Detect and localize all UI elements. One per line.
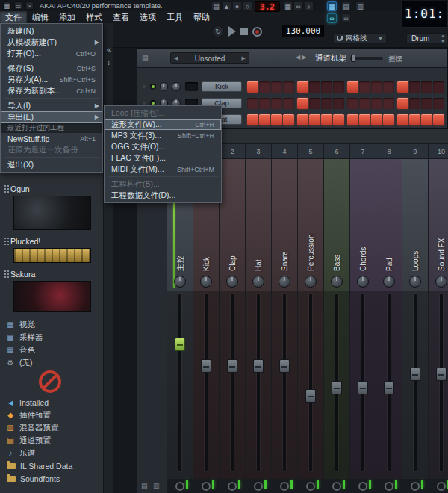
group-prev-icon[interactable]: ◀ [174, 55, 178, 61]
link-controller-icon[interactable]: ∞ [327, 13, 337, 23]
browser-item-10[interactable]: IL Shared Data [0, 459, 103, 472]
step-cell[interactable] [433, 98, 444, 109]
menubar-item-4[interactable]: 样式 [81, 11, 108, 23]
step-cell[interactable] [309, 98, 320, 109]
file-menu-item-7[interactable]: 保存为新副本...Ctrl+N [1, 85, 102, 96]
mixer-mute-button[interactable] [332, 482, 341, 491]
mixer-fader-handle[interactable] [305, 389, 316, 403]
file-menu-item-15[interactable]: 退出(X) [1, 159, 102, 170]
step-cell[interactable] [359, 98, 370, 109]
step-cell[interactable] [397, 81, 408, 93]
swing-slider-handle[interactable] [351, 55, 355, 62]
step-cell[interactable] [347, 81, 358, 93]
channel-group-selector[interactable]: ◀ Unsorted ▶ [170, 52, 249, 64]
step-cell[interactable] [321, 81, 332, 93]
step-cell[interactable] [297, 98, 308, 109]
mixer-pan-knob[interactable] [252, 276, 264, 288]
mixer-fader-handle[interactable] [332, 381, 342, 394]
step-cell[interactable] [247, 98, 258, 109]
mixer-mute-button[interactable] [385, 482, 393, 491]
rack-menu-icon[interactable]: ▤ [142, 54, 149, 61]
channel-pan-knob[interactable] [160, 82, 169, 91]
export-menu-item-5[interactable]: FLAC 文件(F)... [105, 152, 221, 164]
menubar-item-7[interactable]: 工具 [161, 11, 188, 23]
export-menu-item-3[interactable]: MP3 文件(3)...Shift+Ctrl+R [105, 130, 221, 141]
mixer-fader-handle[interactable] [358, 381, 368, 394]
mixer-button[interactable]: ▥ [355, 1, 365, 11]
mixer-mute-button[interactable] [254, 482, 263, 491]
mixer-pan-knob[interactable] [357, 276, 369, 288]
detach-window-icon[interactable]: ▭ [14, 1, 22, 10]
file-menu-item-3[interactable]: 打开(O)...Ctrl+O [1, 48, 102, 59]
metronome-icon[interactable]: ▲ [222, 1, 231, 11]
rack-nav-icons[interactable]: ◀▶ [296, 54, 308, 61]
resize-browser-icon[interactable]: ↕ [104, 58, 113, 66]
mixer-pan-knob[interactable] [226, 276, 238, 288]
mixer-mute-button[interactable] [202, 482, 211, 491]
midi-link-icon[interactable]: ∞ [341, 13, 351, 23]
mixer-pan-knob[interactable] [279, 276, 290, 288]
file-menu-item-10[interactable]: 导出(E)▶ [1, 111, 102, 123]
step-cell[interactable] [371, 81, 382, 93]
plugin-preview-sakura[interactable] [13, 281, 91, 312]
close-icon[interactable]: × [25, 1, 34, 10]
countdown-icon[interactable]: ○ [243, 1, 252, 11]
step-cell[interactable] [409, 114, 420, 125]
mixer-fader-handle[interactable] [227, 359, 237, 373]
step-cell[interactable] [297, 81, 308, 93]
step-cell[interactable] [347, 98, 358, 109]
export-menu-item-4[interactable]: OGG 文件(O)... [105, 141, 221, 152]
mixer-pan-knob[interactable] [200, 276, 212, 288]
step-cell[interactable] [321, 98, 332, 109]
mixer-fader-handle[interactable] [175, 338, 185, 351]
mixer-fader-handle[interactable] [253, 359, 264, 373]
step-cell[interactable] [297, 114, 308, 125]
collapse-browser-icon[interactable]: « [104, 46, 113, 54]
step-cell[interactable] [383, 81, 394, 93]
plugin-preview-plucked[interactable] [13, 248, 91, 263]
mixer-fader-handle[interactable] [201, 359, 211, 373]
file-menu-item-1[interactable]: 新建(N) [1, 25, 102, 37]
step-cell[interactable] [371, 98, 382, 109]
pattern-selector[interactable]: Drum ▲▼ [406, 33, 448, 44]
wait-for-input-icon[interactable]: ● [232, 1, 242, 11]
file-menu-item-12[interactable]: NewStuff.flpAlt+1 [1, 133, 102, 144]
step-cell[interactable] [359, 114, 370, 125]
step-cell[interactable] [409, 81, 420, 93]
file-menu-item-9[interactable]: 导入(I)▶ [1, 100, 102, 111]
play-button[interactable] [228, 26, 236, 37]
plugin-item-plucked[interactable]: Plucked! [4, 236, 103, 246]
tempo-display[interactable]: 130.000 [282, 25, 324, 37]
mixer-fader-handle[interactable] [410, 368, 420, 381]
mixer-mute-button[interactable] [306, 482, 315, 491]
menubar-item-1[interactable]: 文件 [0, 11, 27, 23]
overdub-icon[interactable]: ♪ [304, 1, 314, 11]
step-cell[interactable] [321, 114, 332, 125]
mixer-mute-button[interactable] [228, 482, 237, 491]
mixer-pan-knob[interactable] [435, 276, 447, 288]
export-menu-item-9[interactable]: 工程数据文件(D)... [105, 190, 221, 201]
channel-volume-knob[interactable] [172, 82, 181, 91]
step-cell[interactable] [259, 98, 270, 109]
step-cell[interactable] [283, 114, 294, 125]
browser-item-2[interactable]: 采样器 [0, 331, 103, 344]
step-cell[interactable] [409, 98, 420, 109]
stop-button[interactable] [240, 28, 248, 35]
multilink-icon[interactable]: ∞ [293, 1, 303, 11]
swing-slider[interactable] [350, 57, 383, 60]
mixer-mute-button[interactable] [437, 482, 446, 491]
step-cell[interactable] [421, 114, 432, 125]
pattern-spinner-icon[interactable]: ▲▼ [441, 34, 445, 44]
mixer-fader-handle[interactable] [279, 359, 290, 373]
step-cell[interactable] [283, 81, 294, 93]
browser-item-9[interactable]: 乐谱 [0, 447, 103, 459]
step-cell[interactable] [247, 114, 258, 125]
mixer-mute-button[interactable] [411, 482, 420, 491]
step-cell[interactable] [421, 98, 432, 109]
step-cell[interactable] [271, 114, 282, 125]
mixer-fader-handle[interactable] [436, 368, 447, 381]
snap-selector[interactable]: 网格线 ▼ [333, 33, 387, 44]
menubar-item-8[interactable]: 帮助 [188, 11, 215, 23]
step-cell[interactable] [309, 81, 320, 93]
browser-item-1[interactable]: 视觉 [0, 318, 103, 331]
